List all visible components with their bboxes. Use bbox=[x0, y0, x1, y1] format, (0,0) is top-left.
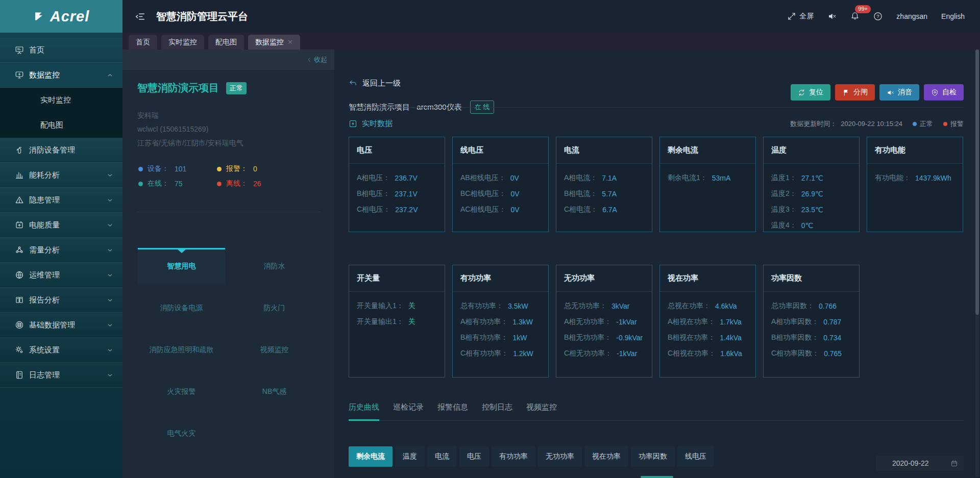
tab-label: 首页 bbox=[136, 38, 150, 47]
sidebar-item[interactable]: 实时监控 bbox=[0, 88, 122, 113]
action-button-icon bbox=[931, 89, 939, 96]
subsystem-tile[interactable]: 火灾报警 bbox=[138, 373, 225, 410]
subsystem-tile[interactable]: 防火门 bbox=[231, 290, 318, 326]
sidebar-item[interactable]: 配电图 bbox=[0, 113, 122, 138]
subsystem-tile[interactable]: 消防设备电源 bbox=[138, 290, 225, 326]
stat-label: 报警： bbox=[226, 164, 248, 173]
project-address: 江苏省/无锡市/江阴市/安科瑞电气 bbox=[137, 136, 243, 150]
metric-chip[interactable]: 温度 bbox=[395, 446, 425, 467]
card-row-value: -0.9kVar bbox=[616, 334, 643, 342]
metric-chip[interactable]: 有功功率 bbox=[492, 446, 535, 467]
bottom-tab[interactable]: 控制日志 bbox=[482, 402, 512, 412]
stat-value: 101 bbox=[175, 165, 186, 173]
sidebar-item[interactable]: 运维管理 bbox=[0, 263, 122, 288]
stat-item: 报警： 0 bbox=[217, 164, 261, 173]
scrollbar-thumb[interactable] bbox=[975, 49, 979, 315]
card-row: 开关量输入1： 关 bbox=[357, 298, 437, 314]
sidebar-item[interactable]: 基础数据管理 bbox=[0, 313, 122, 338]
card-row-value: 1.7kVa bbox=[720, 318, 742, 326]
metric-chip[interactable]: 电压 bbox=[459, 446, 489, 467]
fullscreen-icon bbox=[787, 12, 796, 21]
bottom-tab[interactable]: 报警信息 bbox=[437, 402, 468, 412]
card-row: B相电流： 5.7A bbox=[564, 186, 644, 202]
card-row-value: 53mA bbox=[712, 174, 731, 182]
fullscreen-button[interactable]: 全屏 bbox=[787, 12, 814, 21]
tab-close-icon[interactable] bbox=[287, 39, 293, 45]
subsystem-tile-label: 火灾报警 bbox=[167, 387, 196, 396]
metric-chip[interactable]: 视在功率 bbox=[584, 446, 628, 467]
card-row-value: -1kVar bbox=[617, 349, 637, 358]
card-row-value: 236.7V bbox=[395, 174, 417, 182]
language-switch[interactable]: English bbox=[941, 12, 965, 20]
action-button[interactable]: 复位 bbox=[791, 84, 830, 100]
bottom-tab[interactable]: 视频监控 bbox=[526, 402, 557, 412]
sidebar-item[interactable]: 电能质量 bbox=[0, 213, 122, 238]
card-row-value: 237.2V bbox=[395, 206, 418, 214]
fullscreen-label: 全屏 bbox=[799, 12, 814, 21]
legend-dot bbox=[943, 122, 947, 126]
card-row: B相视在功率： 1.4kVa bbox=[668, 330, 748, 345]
metric-chip[interactable]: 无功功率 bbox=[538, 446, 582, 467]
metric-chip[interactable]: 剩余电流 bbox=[349, 446, 393, 467]
bottom-tab[interactable]: 巡检记录 bbox=[393, 402, 424, 412]
sidebar-item[interactable]: 能耗分析 bbox=[0, 163, 122, 188]
card-body: AB相线电压： 0V BC相线电压： 0V AC相线电压： 0V bbox=[453, 164, 548, 217]
sidebar-item[interactable]: 数据监控 bbox=[0, 63, 122, 88]
tab[interactable]: 配电图 bbox=[208, 35, 244, 49]
help-icon[interactable]: ? bbox=[873, 12, 883, 21]
subsystem-tile[interactable]: 视频监控 bbox=[231, 332, 318, 368]
card-row-label: A相功率因数： bbox=[771, 317, 819, 326]
sidebar-item[interactable]: 日志管理 bbox=[0, 363, 122, 388]
card-row-value: 7.1A bbox=[602, 174, 617, 182]
date-picker[interactable]: 2020-09-22 bbox=[876, 456, 964, 471]
sidebar-item-label: 实时监控 bbox=[40, 95, 71, 105]
subsystem-tile-label: 电气火灾 bbox=[167, 429, 196, 438]
project-panel: 收起 智慧消防演示项目 正常 安科瑞 wclwcl (15061515269) … bbox=[122, 49, 334, 478]
card-row-value: 26.9℃ bbox=[801, 190, 823, 198]
tab[interactable]: 实时监控 bbox=[161, 35, 204, 49]
subsystem-tile[interactable]: 消防应急照明和疏散 bbox=[138, 332, 225, 368]
subsystem-tile[interactable]: 电气火灾 bbox=[138, 415, 225, 451]
card-row-label: B相视在功率： bbox=[668, 333, 715, 342]
action-button[interactable]: 消音 bbox=[879, 84, 919, 100]
tab[interactable]: 数据监控 bbox=[248, 35, 300, 49]
tab[interactable]: 首页 bbox=[129, 35, 157, 49]
subsystem-tile[interactable]: 智慧用电 bbox=[138, 248, 225, 284]
action-button[interactable]: 分闸 bbox=[835, 84, 875, 100]
metric-chip[interactable]: 电流 bbox=[427, 446, 457, 467]
username[interactable]: zhangsan bbox=[896, 12, 927, 20]
card-row: C相有功功率： 1.2kW bbox=[460, 345, 541, 361]
mute-speaker-icon[interactable] bbox=[827, 12, 837, 21]
card-row-value: 0℃ bbox=[801, 221, 814, 230]
metric-chip[interactable]: 功率因数 bbox=[631, 446, 675, 467]
sidebar-item[interactable]: 隐患管理 bbox=[0, 188, 122, 213]
data-card: 视在功率 总视在功率： 4.6kVa A相视在功率： 1.7kVa bbox=[659, 265, 756, 378]
legend-item: 报警 bbox=[943, 119, 964, 129]
sidebar-item[interactable]: 需量分析 bbox=[0, 238, 122, 263]
subsystem-tile[interactable]: 消防水 bbox=[231, 248, 318, 284]
menu-fold-icon[interactable] bbox=[135, 11, 145, 22]
sidebar-item[interactable]: 首页 bbox=[0, 38, 122, 63]
sidebar-item[interactable]: 消防设备管理 bbox=[0, 138, 122, 163]
card-row-label: A相视在功率： bbox=[668, 317, 715, 326]
stat-dot bbox=[217, 167, 222, 171]
action-button[interactable]: 自检 bbox=[924, 84, 964, 100]
card-title: 剩余电流 bbox=[660, 137, 755, 164]
data-card: 有功功率 总有功功率： 3.5kW A相有功功率： 1.3kW bbox=[452, 265, 549, 378]
card-row-value: 23.5℃ bbox=[801, 206, 823, 214]
card-row-value: 1kW bbox=[512, 334, 527, 342]
back-link[interactable]: 返回上一级 bbox=[349, 79, 401, 88]
sidebar-item[interactable]: 系统设置 bbox=[0, 338, 122, 363]
data-card: 电压 A相电压： 236.7V B相电压： 237.1V bbox=[349, 137, 445, 232]
card-row-value: 237.1V bbox=[395, 190, 417, 198]
collapse-bar[interactable]: 收起 bbox=[122, 49, 334, 70]
bottom-tab[interactable]: 历史曲线 bbox=[349, 402, 379, 412]
sidebar-item[interactable]: 报告分析 bbox=[0, 288, 122, 313]
subsystem-tile[interactable]: NB气感 bbox=[231, 373, 318, 410]
card-row-label: 温度3： bbox=[771, 205, 797, 214]
metric-chip[interactable]: 线电压 bbox=[677, 446, 714, 467]
card-row: B相有功功率： 1kW bbox=[460, 330, 541, 345]
card-row-label: C相无功功率： bbox=[564, 349, 612, 358]
card-row-label: A相无功功率： bbox=[564, 317, 611, 326]
notifications-button[interactable]: 99+ bbox=[850, 11, 860, 22]
